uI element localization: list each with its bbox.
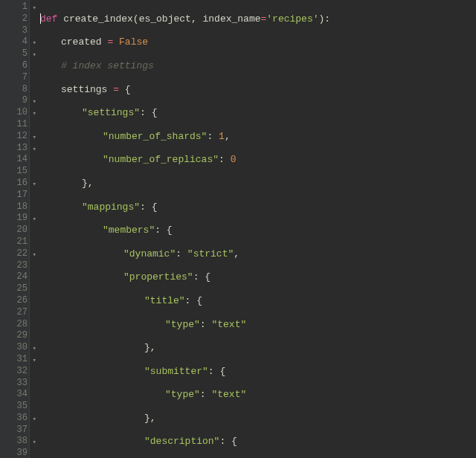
line-number: 11 (0, 119, 29, 131)
line-number: 18 (0, 201, 29, 213)
code-line: "dynamic": "strict", (40, 248, 476, 260)
line-number: 10▾ (0, 107, 29, 119)
code-line: "submitter": { (40, 366, 476, 378)
line-number: 2 (0, 13, 29, 25)
line-number: 22▾ (0, 248, 29, 260)
line-number: 37 (0, 425, 29, 436)
code-line: "properties": { (40, 271, 476, 283)
line-number: 9▾ (0, 95, 29, 107)
code-line: "description": { (40, 436, 476, 448)
code-line: "settings": { (40, 107, 476, 119)
line-number: 27 (0, 307, 29, 319)
code-line: }, (40, 413, 476, 425)
code-line: "members": { (40, 225, 476, 236)
code-line: # index settings (40, 60, 476, 72)
line-number: 1▾ (0, 1, 29, 13)
line-number: 39 (0, 448, 29, 458)
line-number: 6 (0, 60, 29, 72)
code-editor: 1▾234▾5▾6789▾10▾1112▾13▾141516▾171819▾20… (0, 0, 476, 458)
code-line: created = False (40, 36, 476, 48)
line-number: 34 (0, 389, 29, 401)
line-number: 14 (0, 154, 29, 166)
line-number: 32 (0, 366, 29, 378)
line-number: 35 (0, 401, 29, 413)
code-area[interactable]: def create_index(es_object, index_name='… (30, 0, 476, 458)
line-number: 4▾ (0, 36, 29, 48)
line-number: 17 (0, 190, 29, 201)
line-number: 16▾ (0, 178, 29, 190)
line-number: 21 (0, 236, 29, 248)
code-line: "mappings": { (40, 201, 476, 213)
code-line: "number_of_replicas": 0 (40, 154, 476, 166)
line-gutter: 1▾234▾5▾6789▾10▾1112▾13▾141516▾171819▾20… (0, 0, 30, 458)
line-number: 13▾ (0, 143, 29, 155)
line-number: 31▾ (0, 354, 29, 366)
line-number: 36▾ (0, 413, 29, 425)
line-number: 38▾ (0, 436, 29, 448)
line-number: 7 (0, 72, 29, 84)
line-number: 28 (0, 319, 29, 331)
code-line: "title": { (40, 295, 476, 307)
code-line: "number_of_shards": 1, (40, 131, 476, 143)
line-number: 29 (0, 330, 29, 342)
line-number: 30▾ (0, 342, 29, 354)
line-number: 23 (0, 260, 29, 272)
code-line: }, (40, 342, 476, 354)
code-line: settings = { (40, 84, 476, 96)
line-number: 25 (0, 283, 29, 295)
code-line: }, (40, 178, 476, 190)
code-line: def create_index(es_object, index_name='… (40, 13, 476, 25)
line-number: 24 (0, 271, 29, 283)
code-line: "type": "text" (40, 389, 476, 401)
line-number: 12▾ (0, 131, 29, 143)
line-number: 8 (0, 84, 29, 96)
line-number: 3 (0, 25, 29, 37)
line-number: 26 (0, 295, 29, 307)
line-number: 33 (0, 378, 29, 390)
line-number: 20 (0, 225, 29, 236)
line-number: 5▾ (0, 48, 29, 60)
code-line: "type": "text" (40, 319, 476, 331)
line-number: 19▾ (0, 213, 29, 225)
line-number: 15 (0, 166, 29, 178)
